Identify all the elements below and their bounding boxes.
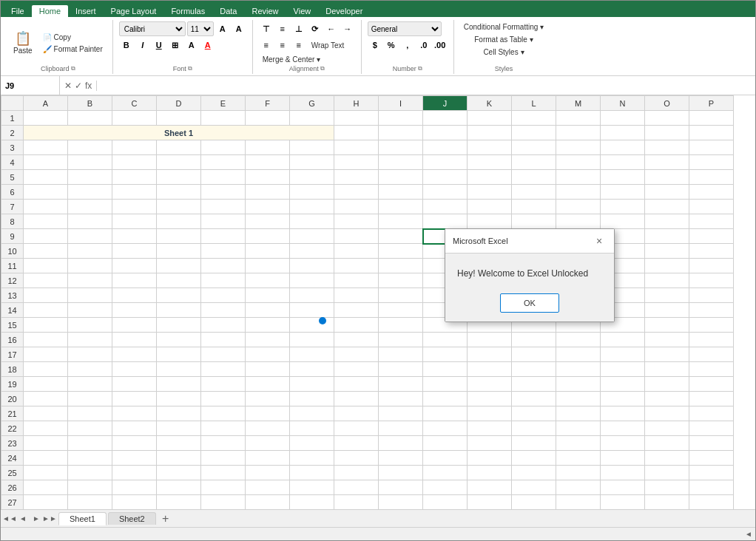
cell-I21[interactable] [379,406,423,421]
tab-view[interactable]: View [286,5,319,17]
cell-G13[interactable] [290,288,334,303]
row-header-21[interactable]: 21 [1,406,24,421]
cell-E23[interactable] [201,436,246,451]
align-right-button[interactable]: ≡ [291,38,306,52]
font-size-select[interactable]: 11 [187,21,214,36]
cell-B9[interactable] [68,229,112,244]
cell-K1[interactable] [468,111,512,126]
increase-decimal-button[interactable]: .00 [433,38,448,52]
cell-N21[interactable] [601,406,645,421]
cell-C7[interactable] [112,200,157,214]
col-header-G[interactable]: G [290,96,334,111]
confirm-formula-btn[interactable]: ✓ [75,81,82,91]
cell-N25[interactable] [601,466,645,480]
cell-P1[interactable] [689,111,734,126]
cell-D15[interactable] [157,318,201,333]
cell-P13[interactable] [689,288,734,303]
cell-I12[interactable] [379,273,423,288]
merge-center-dropdown-icon[interactable]: ▾ [317,55,320,64]
cell-B5[interactable] [68,170,112,185]
cell-N5[interactable] [601,170,645,185]
cell-H20[interactable] [334,392,379,406]
cell-E26[interactable] [201,480,246,495]
cell-C26[interactable] [112,480,157,495]
cell-G20[interactable] [290,392,334,406]
align-center-button[interactable]: ≡ [275,38,290,52]
row-header-17[interactable]: 17 [1,347,24,362]
align-middle-button[interactable]: ≡ [275,21,290,36]
cell-F16[interactable] [246,333,290,347]
cell-A6[interactable] [24,185,68,200]
copy-button[interactable]: 📄 Copy [39,32,107,43]
cell-K5[interactable] [468,170,512,185]
cell-G21[interactable] [290,406,334,421]
alignment-expand-icon[interactable]: ⧉ [320,65,325,72]
cell-I2[interactable] [379,126,423,140]
cell-E7[interactable] [201,200,246,214]
cell-J18[interactable] [423,362,468,377]
cell-E15[interactable] [201,318,246,333]
row-header-26[interactable]: 26 [1,480,24,495]
cell-A25[interactable] [24,466,68,480]
cell-O12[interactable] [645,273,689,288]
cell-L8[interactable] [512,214,556,229]
cell-E6[interactable] [201,185,246,200]
cell-M20[interactable] [556,392,601,406]
row-header-5[interactable]: 5 [1,170,24,185]
cell-B16[interactable] [68,333,112,347]
cell-H4[interactable] [334,155,379,170]
cell-C4[interactable] [112,155,157,170]
cell-I1[interactable] [379,111,423,126]
cell-B19[interactable] [68,377,112,392]
fill-color-button[interactable]: A [184,38,199,52]
row-header-11[interactable]: 11 [1,259,24,273]
cell-H25[interactable] [334,466,379,480]
cell-E11[interactable] [201,259,246,273]
cell-C17[interactable] [112,347,157,362]
cell-H9[interactable] [334,229,379,244]
bold-button[interactable]: B [119,38,134,52]
cell-P25[interactable] [689,466,734,480]
row-header-15[interactable]: 15 [1,318,24,333]
cell-K23[interactable] [468,436,512,451]
cell-O9[interactable] [645,229,689,244]
cell-O13[interactable] [645,288,689,303]
cell-N2[interactable] [601,126,645,140]
row-header-19[interactable]: 19 [1,377,24,392]
cell-N16[interactable] [601,333,645,347]
cell-K3[interactable] [468,140,512,155]
cell-D13[interactable] [157,288,201,303]
cell-F26[interactable] [246,480,290,495]
cell-I15[interactable] [379,318,423,333]
cell-L17[interactable] [512,347,556,362]
cell-O7[interactable] [645,200,689,214]
cell-F9[interactable] [246,229,290,244]
add-sheet-button[interactable]: + [158,511,174,527]
cell-H17[interactable] [334,347,379,362]
cell-A3[interactable] [24,140,68,155]
cell-C16[interactable] [112,333,157,347]
cell-J17[interactable] [423,347,468,362]
conditional-formatting-button[interactable]: Conditional Formatting ▾ [460,21,548,33]
cell-F19[interactable] [246,377,290,392]
italic-button[interactable]: I [135,38,150,52]
cell-M2[interactable] [556,126,601,140]
cell-M23[interactable] [556,436,601,451]
cell-A1[interactable] [24,111,68,126]
cell-C24[interactable] [112,451,157,466]
cell-M6[interactable] [556,185,601,200]
cell-H21[interactable] [334,406,379,421]
cell-O14[interactable] [645,303,689,318]
cell-A14[interactable] [24,303,68,318]
cell-I22[interactable] [379,421,423,436]
cell-M24[interactable] [556,451,601,466]
cell-B3[interactable] [68,140,112,155]
tab-data[interactable]: Data [212,5,244,17]
cell-C21[interactable] [112,406,157,421]
cell-O23[interactable] [645,436,689,451]
col-header-H[interactable]: H [334,96,379,111]
cell-B8[interactable] [68,214,112,229]
cell-K6[interactable] [468,185,512,200]
cell-D14[interactable] [157,303,201,318]
row-header-16[interactable]: 16 [1,333,24,347]
